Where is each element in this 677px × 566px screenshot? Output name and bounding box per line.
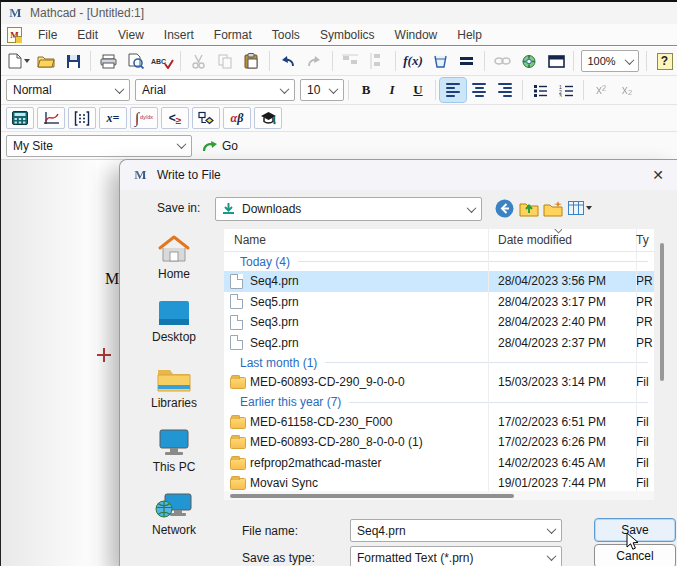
zoom-select[interactable]: 100% [581,50,639,72]
save-as-type-label: Save as type: [242,551,315,565]
greek-palette-button[interactable]: αβ [223,107,251,129]
back-button[interactable] [494,198,514,218]
chevron-down-icon [547,551,557,561]
folder-icon [230,478,246,490]
open-button[interactable] [33,49,60,73]
save-in-select[interactable]: Downloads [215,197,482,221]
place-desktop[interactable]: Desktop [126,300,222,344]
list-item[interactable]: refprop2mathcad-master 14/02/2023 6:45 A… [224,453,654,474]
formatting-toolbar: Normal Arial 10 B I U 123 x² x₂ [1,76,677,105]
group-header-today[interactable]: Today (4) [224,252,654,271]
insert-function-button[interactable]: f(x) [400,49,427,73]
menu-insert[interactable]: Insert [154,26,204,44]
numbered-list-button[interactable]: 123 [553,78,579,102]
undo-button[interactable] [274,49,301,73]
menu-format[interactable]: Format [204,26,262,44]
bold-button[interactable]: B [353,78,379,102]
print-button[interactable] [95,49,122,73]
menu-help[interactable]: Help [447,26,492,44]
file-icon [230,335,243,350]
group-header-earlier-this-year[interactable]: Earlier this year (7) [224,393,654,412]
list-item[interactable]: Seq4.prn 28/04/2023 3:56 PM PR [224,271,654,292]
column-divider[interactable] [488,229,489,500]
file-name-label: File name: [242,524,298,538]
underline-button[interactable]: U [405,78,431,102]
matrix-palette-button[interactable] [68,107,96,129]
place-libraries[interactable]: Libraries [126,365,222,410]
new-document-button[interactable] [6,49,33,73]
svg-text:3: 3 [559,93,562,97]
vertical-scrollbar-thumb[interactable] [660,243,664,381]
align-left-button[interactable] [440,78,466,102]
new-document-dropdown-icon[interactable] [24,59,30,63]
save-in-label: Save in: [157,201,200,215]
menu-window[interactable]: Window [385,26,448,44]
new-folder-button[interactable] [543,198,563,218]
programming-palette-button[interactable] [192,107,220,129]
file-list: Name Date modified Ty Today (4) Seq4.prn… [224,229,654,500]
column-divider[interactable] [636,229,637,500]
font-select[interactable]: Arial [135,79,295,101]
worksheet-expression: M [105,270,119,288]
close-icon[interactable]: ✕ [650,167,666,183]
group-header-last-month[interactable]: Last month (1) [224,353,654,372]
list-item[interactable]: MED-60893-CD-280_8-0-0-0 (1) 17/02/2023 … [224,432,654,453]
menu-symbolics[interactable]: Symbolics [310,26,385,44]
insert-unit-button[interactable] [426,49,453,73]
file-icon [230,294,243,309]
evaluate-equals-button[interactable] [453,49,480,73]
menu-file[interactable]: File [28,26,67,44]
title-bar: M Mathcad - [Untitled:1] [1,2,677,24]
insert-table-button[interactable] [543,49,570,73]
align-right-button[interactable] [492,78,518,102]
calculator-palette-button[interactable] [6,107,34,129]
list-item[interactable]: MED-60893-CD-290_9-0-0-0 15/03/2023 3:14… [224,372,654,393]
list-item[interactable]: Seq5.prn 28/04/2023 3:17 PM PR [224,292,654,313]
views-dropdown-icon[interactable] [586,206,592,210]
menu-tools[interactable]: Tools [262,26,310,44]
resources-select[interactable]: My Site [6,135,192,157]
file-name-input[interactable]: Seq4.prn [350,519,562,542]
list-item[interactable]: Seq3.prn 28/04/2023 2:40 PM PR [224,312,654,333]
align-center-button[interactable] [466,78,492,102]
column-date-modified[interactable]: Date modified [498,233,636,247]
horizontal-scrollbar-thumb[interactable] [230,494,514,498]
paste-button[interactable] [239,49,266,73]
boolean-palette-button[interactable]: < ≥ [161,107,189,129]
list-item[interactable]: MED-61158-CD-230_F000 17/02/2023 6:51 PM… [224,412,654,433]
font-size-select[interactable]: 10 [300,79,344,101]
file-icon [230,274,243,289]
menu-view[interactable]: View [108,26,154,44]
column-type[interactable]: Ty [636,233,654,247]
worksheet-crosshair-icon [97,348,111,362]
spell-check-button[interactable]: ABC [149,49,176,73]
save-icon-button[interactable] [60,49,87,73]
place-network[interactable]: Network [126,492,222,537]
mathcad-window: M Mathcad - [Untitled:1] M File Edit Vie… [0,0,677,566]
go-button[interactable]: Go [202,139,238,153]
menu-edit[interactable]: Edit [67,26,108,44]
place-this-pc[interactable]: This PC [126,429,222,474]
evaluation-palette-button[interactable]: x= [99,107,127,129]
graph-palette-button[interactable] [37,107,65,129]
column-name[interactable]: Name [234,233,498,247]
worksheet-icon: M [7,27,22,43]
views-button[interactable] [567,198,593,218]
help-button[interactable]: ? [651,49,677,73]
bullet-list-button[interactable] [527,78,553,102]
list-item[interactable]: Seq2.prn 28/04/2023 2:37 PM PR [224,333,654,354]
subscript-button: x₂ [614,78,640,102]
insert-component-button[interactable] [516,49,543,73]
calculus-palette-button[interactable]: ∫ dy/dx [130,107,158,129]
symbolic-palette-button[interactable] [254,107,282,129]
save-as-type-select[interactable]: Formatted Text (*.prn) [350,546,562,566]
italic-button[interactable]: I [379,78,405,102]
horizontal-scrollbar[interactable] [224,491,654,500]
menu-bar: M File Edit View Insert Format Tools Sym… [1,24,677,46]
place-home[interactable]: Home [126,234,222,281]
dialog-title-bar[interactable]: M Write to File ✕ [120,160,677,190]
print-preview-button[interactable] [122,49,149,73]
style-select[interactable]: Normal [6,79,130,101]
save-in-row: Save in: Downloads [120,196,677,222]
up-one-level-button[interactable] [519,198,539,218]
